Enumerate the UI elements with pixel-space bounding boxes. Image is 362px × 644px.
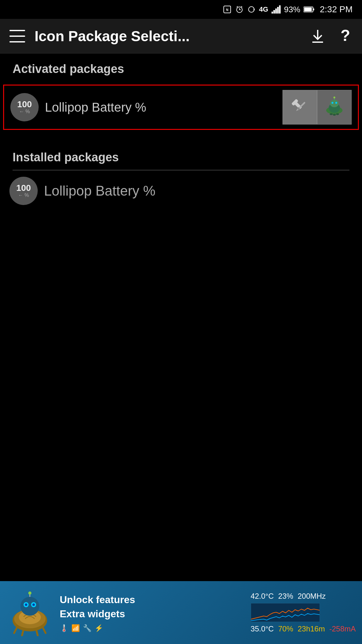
signal-icon xyxy=(272,5,281,14)
svg-rect-10 xyxy=(275,8,277,14)
svg-line-6 xyxy=(241,6,242,7)
ad-icon-2: 📶 xyxy=(71,624,80,632)
svg-point-26 xyxy=(330,100,339,107)
tools-icon xyxy=(289,96,311,118)
package-info-button[interactable] xyxy=(317,90,352,125)
svg-rect-15 xyxy=(304,8,312,11)
package-settings-button[interactable] xyxy=(282,90,317,125)
svg-line-46 xyxy=(42,627,46,633)
robot-icon xyxy=(322,95,347,120)
svg-rect-11 xyxy=(277,7,279,14)
svg-point-28 xyxy=(335,102,337,104)
app-bar: Icon Package Selecti... ? xyxy=(0,19,362,53)
ad-icon-1: 🌡️ xyxy=(60,624,68,632)
package-icon: 100 ← % xyxy=(10,93,39,121)
ad-percent: 23% xyxy=(278,592,293,601)
menu-button[interactable] xyxy=(9,30,25,42)
help-icon[interactable]: ? xyxy=(338,28,353,44)
installed-package-name: Lollipop Battery % xyxy=(44,183,353,199)
download-icon[interactable] xyxy=(310,28,326,44)
svg-text:N: N xyxy=(226,8,228,12)
activated-package-name: Lollipop Battery % xyxy=(45,100,282,114)
ad-chart xyxy=(251,603,320,622)
package-icon-number: 100 xyxy=(17,100,32,109)
svg-line-5 xyxy=(237,6,238,7)
battery-icon xyxy=(304,6,315,13)
network-type-label: 4G xyxy=(259,5,268,14)
package-icon-sub: ← % xyxy=(19,109,30,114)
ad-temp1: 42.0°C xyxy=(251,592,274,601)
svg-point-32 xyxy=(333,114,336,116)
svg-point-40 xyxy=(25,603,27,606)
package-actions xyxy=(282,90,352,125)
status-bar: N 4G 93% xyxy=(0,0,362,19)
installed-icon-number: 100 xyxy=(16,184,31,192)
svg-rect-9 xyxy=(273,10,275,14)
installed-section: Installed packages 100 ← % Lollipop Batt… xyxy=(0,139,362,211)
alarm-icon xyxy=(235,5,244,14)
sync-icon xyxy=(247,5,256,14)
svg-point-30 xyxy=(333,97,335,98)
ad-stat-row-1: 42.0°C 23% 200MHz xyxy=(251,592,356,601)
ad-time: 23h16m xyxy=(298,625,325,633)
ad-battery: 70% xyxy=(278,625,293,633)
installed-package-item[interactable]: 100 ← % Lollipop Battery % xyxy=(0,170,362,211)
svg-line-44 xyxy=(14,627,17,633)
svg-point-41 xyxy=(32,603,35,606)
svg-point-31 xyxy=(330,113,333,115)
ad-mhz: 200MHz xyxy=(298,592,326,601)
installed-packages-header: Installed packages xyxy=(0,139,362,170)
ad-title: Unlock features Extra widgets xyxy=(60,593,241,621)
activated-packages-header: Activated packages xyxy=(0,53,362,81)
svg-point-43 xyxy=(28,591,31,595)
ad-banner[interactable]: Unlock features Extra widgets 🌡️ 📶 🔧 ⚡ 4… xyxy=(0,581,362,644)
installed-icon-sub: ← % xyxy=(18,192,29,198)
nfc-icon: N xyxy=(222,5,232,14)
ad-feature-icons: 🌡️ 📶 🔧 ⚡ xyxy=(60,624,241,632)
svg-point-27 xyxy=(332,102,333,104)
svg-rect-8 xyxy=(272,12,273,14)
ad-stats: 42.0°C 23% 200MHz 35.0°C 70% 23h16m -258… xyxy=(251,592,356,633)
mascot-icon xyxy=(6,589,53,636)
time-label: 2:32 PM xyxy=(320,4,353,14)
ad-text: Unlock features Extra widgets 🌡️ 📶 🔧 ⚡ xyxy=(60,593,241,632)
ad-temp2: 35.0°C xyxy=(251,625,274,633)
battery-label: 93% xyxy=(284,5,300,14)
content: Activated packages 100 ← % Lollipop Batt… xyxy=(0,53,362,211)
app-bar-title: Icon Package Selecti... xyxy=(35,28,310,45)
svg-point-37 xyxy=(20,597,39,616)
svg-rect-12 xyxy=(279,5,281,14)
ad-icon-3: 🔧 xyxy=(83,624,91,632)
svg-rect-14 xyxy=(313,8,314,10)
activated-package-item[interactable]: 100 ← % Lollipop Battery % xyxy=(3,85,359,130)
installed-package-icon: 100 ← % xyxy=(9,177,38,205)
status-icons: N 4G 93% xyxy=(222,4,353,14)
svg-point-33 xyxy=(336,113,339,115)
svg-text:?: ? xyxy=(341,28,350,44)
ad-mascot xyxy=(6,589,53,636)
chart-svg xyxy=(251,603,320,622)
app-bar-actions: ? xyxy=(310,28,353,44)
ad-current: -258mA xyxy=(329,625,356,633)
ad-icon-4: ⚡ xyxy=(95,624,103,632)
ad-stat-row-2: 35.0°C 70% 23h16m -258mA xyxy=(251,625,356,633)
